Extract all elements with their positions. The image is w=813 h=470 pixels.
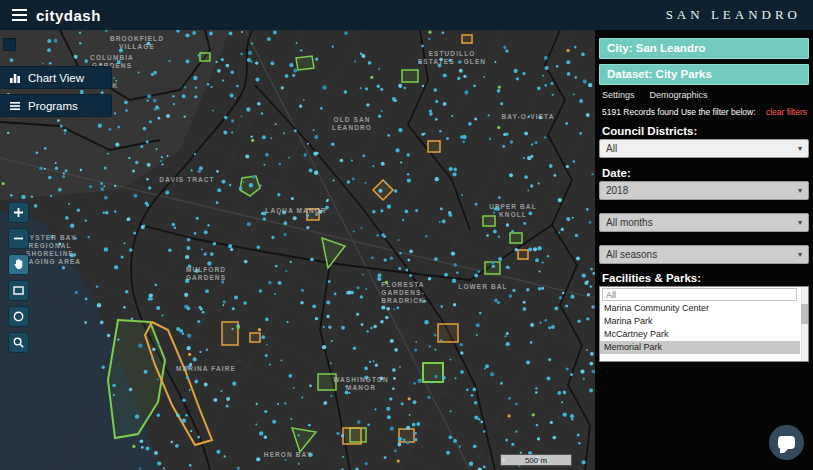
tab-demographics[interactable]: Demographics (650, 90, 708, 100)
records-row: 5191 Records found Use the filter below:… (602, 107, 807, 117)
collapsed-control[interactable] (3, 38, 16, 51)
seasons-value: All seasons (606, 249, 657, 260)
city-brand-title: SAN LEANDRO (666, 7, 801, 23)
zoom-in-button[interactable] (8, 202, 29, 223)
seasons-select[interactable]: All seasons ▾ (599, 245, 809, 264)
date-label: Date: (602, 167, 806, 179)
chevron-down-icon: ▾ (798, 186, 802, 195)
zoom-area-button[interactable] (8, 332, 29, 353)
circle-icon (12, 310, 25, 323)
chart-view-label: Chart View (28, 72, 84, 84)
facilities-filter-input[interactable] (602, 288, 797, 301)
rectangle-icon (12, 284, 25, 297)
facility-list-item[interactable]: McCartney Park (600, 328, 800, 341)
chart-view-button[interactable]: Chart View (0, 66, 112, 89)
draw-rectangle-button[interactable] (8, 280, 29, 301)
council-districts-value: All (606, 143, 617, 154)
facilities-parks-label: Facilities & Parks: (602, 272, 806, 284)
citydash-app: citydash SAN LEANDRO (0, 0, 813, 470)
records-count-text: 5191 Records found Use the filter below: (602, 107, 756, 117)
top-header: citydash SAN LEANDRO (0, 0, 813, 30)
clear-filters-link[interactable]: clear filters (766, 107, 807, 117)
programs-label: Programs (28, 100, 78, 112)
bar-chart-icon (9, 72, 21, 84)
facilities-listbox: Marina Community CenterMarina ParkMcCart… (599, 286, 809, 362)
plus-icon (12, 206, 25, 219)
list-icon (9, 100, 21, 112)
app-title: citydash (36, 7, 101, 24)
chat-widget-button[interactable] (769, 425, 804, 460)
minus-icon (12, 232, 25, 245)
months-select[interactable]: All months ▾ (599, 213, 809, 232)
facility-list-item[interactable]: Marina Park (600, 315, 800, 328)
hand-icon (11, 257, 26, 272)
chevron-down-icon: ▾ (798, 250, 802, 259)
city-banner: City: San Leandro (599, 38, 809, 59)
dataset-banner: Dataset: City Parks (599, 64, 809, 85)
pan-hand-button[interactable] (8, 254, 29, 275)
facility-list-item[interactable]: Marina Community Center (600, 302, 800, 315)
tab-settings[interactable]: Settings (602, 90, 635, 100)
zoom-out-button[interactable] (8, 228, 29, 249)
chevron-down-icon: ▾ (798, 218, 802, 227)
programs-button[interactable]: Programs (0, 94, 112, 117)
year-value: 2018 (606, 185, 628, 196)
draw-circle-button[interactable] (8, 306, 29, 327)
year-select[interactable]: 2018 ▾ (599, 181, 809, 200)
magnifier-icon (12, 336, 25, 349)
map-canvas[interactable]: BROOKFIELD VILLAGECOLUMBIA GARDENSSOBRAN… (0, 30, 595, 470)
filter-sidebar: City: San Leandro Dataset: City Parks Se… (595, 30, 813, 470)
map-tool-palette (8, 202, 29, 353)
facility-list-item[interactable]: Memorial Park (600, 341, 800, 354)
months-value: All months (606, 217, 653, 228)
council-districts-select[interactable]: All ▾ (599, 139, 809, 158)
council-districts-label: Council Districts: (602, 125, 806, 137)
chevron-down-icon: ▾ (798, 144, 802, 153)
facilities-scrollbar-thumb[interactable] (801, 304, 808, 324)
map-scale-control: 500 m (500, 454, 572, 466)
facilities-items: Marina Community CenterMarina ParkMcCart… (600, 302, 808, 354)
chat-bubble-icon (778, 436, 795, 449)
hamburger-menu-icon[interactable] (12, 9, 27, 21)
facilities-scrollbar[interactable] (801, 287, 808, 361)
sidebar-tabs: Settings Demographics (602, 90, 807, 100)
